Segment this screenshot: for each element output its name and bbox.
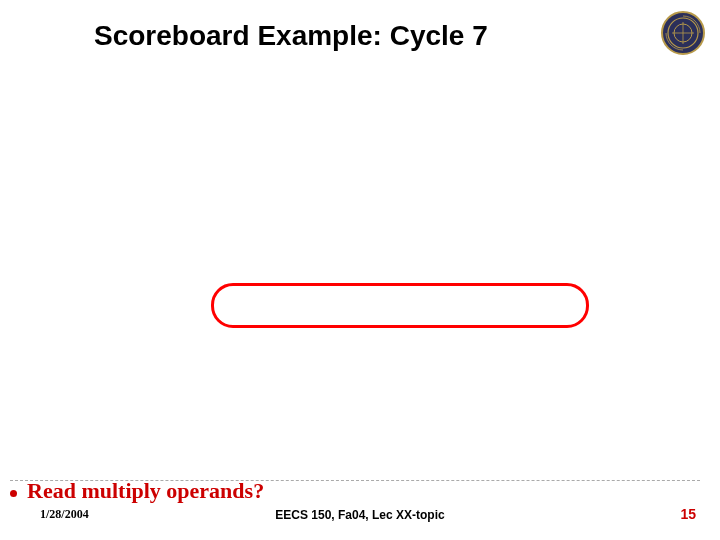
bullet-dot-icon (10, 490, 17, 497)
slide-title: Scoreboard Example: Cycle 7 (94, 20, 488, 52)
footer-course-label: EECS 150, Fa04, Lec XX-topic (275, 508, 444, 522)
slide: Scoreboard Example: Cycle 7 Read multipl… (0, 0, 720, 540)
footer-page-number: 15 (680, 506, 696, 522)
highlight-box (211, 283, 589, 328)
footer-date: 1/28/2004 (40, 507, 89, 522)
footer: 1/28/2004 EECS 150, Fa04, Lec XX-topic 1… (0, 498, 720, 522)
institution-seal-icon (660, 10, 706, 56)
